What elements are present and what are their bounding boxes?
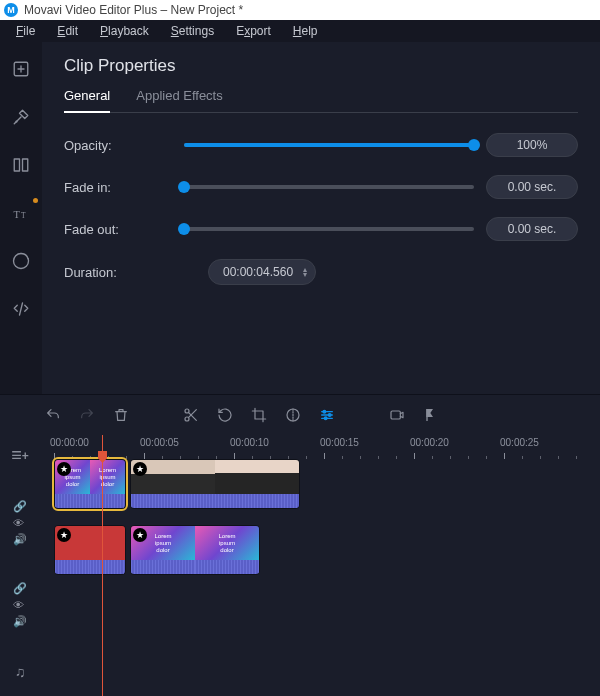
ruler-label: 00:00:25 bbox=[500, 437, 539, 448]
star-icon: ★ bbox=[57, 462, 71, 476]
music-track-icon[interactable]: ♫ bbox=[15, 664, 26, 680]
tab-applied-effects[interactable]: Applied Effects bbox=[136, 88, 222, 112]
left-tool-rail: TT bbox=[0, 42, 42, 394]
svg-rect-3 bbox=[23, 159, 28, 171]
menu-export[interactable]: Export bbox=[226, 22, 281, 40]
star-icon: ★ bbox=[133, 528, 147, 542]
value-duration: 00:00:04.560 bbox=[223, 265, 293, 279]
duration-input[interactable]: 00:00:04.560 ▴ ▾ bbox=[208, 259, 316, 285]
color-adjust-button[interactable] bbox=[280, 402, 306, 428]
rail-more-tools-button[interactable] bbox=[6, 294, 36, 324]
clip-properties-panel: Clip Properties General Applied Effects … bbox=[42, 42, 600, 394]
timeline-canvas[interactable]: 00:00:0000:00:0500:00:1000:00:1500:00:20… bbox=[40, 435, 600, 696]
rail-transitions-button[interactable] bbox=[6, 150, 36, 180]
svg-rect-2 bbox=[14, 159, 19, 171]
rail-import-button[interactable] bbox=[6, 54, 36, 84]
label-fade-out: Fade out: bbox=[64, 222, 184, 237]
star-icon: ★ bbox=[57, 528, 71, 542]
tab-general[interactable]: General bbox=[64, 88, 110, 113]
row-fade-in: Fade in: 0.00 sec. bbox=[64, 175, 578, 199]
menu-bar: File Edit Playback Settings Export Help bbox=[0, 20, 600, 42]
menu-help[interactable]: Help bbox=[283, 22, 328, 40]
row-opacity: Opacity: 100% bbox=[64, 133, 578, 157]
rail-filters-button[interactable] bbox=[6, 102, 36, 132]
ruler-label: 00:00:15 bbox=[320, 437, 359, 448]
timeline-clip[interactable]: LoremipsumdolorLoremipsumdolor★ bbox=[130, 525, 260, 575]
slider-fade-out[interactable] bbox=[184, 227, 474, 231]
record-button[interactable] bbox=[384, 402, 410, 428]
menu-file[interactable]: File bbox=[6, 22, 45, 40]
video-track-1[interactable]: LoremipsumdolorLoremipsumdolor★★ bbox=[40, 459, 600, 511]
ruler-label: 00:00:20 bbox=[410, 437, 449, 448]
marker-button[interactable] bbox=[418, 402, 444, 428]
slider-thumb-icon[interactable] bbox=[178, 181, 190, 193]
value-fade-in[interactable]: 0.00 sec. bbox=[486, 175, 578, 199]
label-opacity: Opacity: bbox=[64, 138, 184, 153]
add-track-button[interactable]: ≡+ bbox=[11, 445, 29, 466]
ruler-label: 00:00:05 bbox=[140, 437, 179, 448]
video-track-2[interactable]: ★LoremipsumdolorLoremipsumdolor★ bbox=[40, 525, 600, 577]
timeline-clip[interactable]: ★ bbox=[54, 525, 126, 575]
svg-text:T: T bbox=[14, 209, 21, 220]
undo-button[interactable] bbox=[40, 402, 66, 428]
slider-opacity[interactable] bbox=[184, 143, 474, 147]
timeline-ruler[interactable]: 00:00:0000:00:0500:00:1000:00:1500:00:20… bbox=[40, 435, 600, 459]
menu-edit[interactable]: Edit bbox=[47, 22, 88, 40]
ruler-label: 00:00:00 bbox=[50, 437, 89, 448]
value-fade-out[interactable]: 0.00 sec. bbox=[486, 217, 578, 241]
timeline-clip[interactable]: LoremipsumdolorLoremipsumdolor★ bbox=[54, 459, 126, 509]
duration-spinner[interactable]: ▴ ▾ bbox=[303, 267, 307, 277]
eye-icon[interactable]: 👁 bbox=[13, 599, 27, 611]
rail-titles-button[interactable]: TT bbox=[6, 198, 36, 228]
label-fade-in: Fade in: bbox=[64, 180, 184, 195]
ruler-label: 00:00:10 bbox=[230, 437, 269, 448]
svg-point-11 bbox=[324, 417, 327, 420]
speaker-icon[interactable]: 🔊 bbox=[13, 533, 27, 546]
redo-button[interactable] bbox=[74, 402, 100, 428]
track-header-column: ≡+ 🔗 👁 🔊 🔗 👁 🔊 ♫ bbox=[0, 435, 40, 696]
timeline-section: ≡+ 🔗 👁 🔊 🔗 👁 🔊 ♫ 00:00:0000:00:0500:00:1… bbox=[0, 394, 600, 696]
split-button[interactable] bbox=[178, 402, 204, 428]
audio-track[interactable] bbox=[40, 591, 600, 611]
window-titlebar: M Movavi Video Editor Plus – New Project… bbox=[0, 0, 600, 20]
chevron-down-icon[interactable]: ▾ bbox=[303, 272, 307, 277]
star-icon: ★ bbox=[133, 462, 147, 476]
panel-tabs: General Applied Effects bbox=[64, 88, 578, 113]
slider-fade-in[interactable] bbox=[184, 185, 474, 189]
delete-button[interactable] bbox=[108, 402, 134, 428]
svg-point-1 bbox=[15, 120, 17, 122]
row-fade-out: Fade out: 0.00 sec. bbox=[64, 217, 578, 241]
window-title: Movavi Video Editor Plus – New Project * bbox=[24, 3, 243, 17]
rotate-button[interactable] bbox=[212, 402, 238, 428]
row-duration: Duration: 00:00:04.560 ▴ ▾ bbox=[64, 259, 578, 285]
slider-thumb-icon[interactable] bbox=[178, 223, 190, 235]
slider-thumb-icon[interactable] bbox=[468, 139, 480, 151]
eye-icon[interactable]: 👁 bbox=[13, 517, 27, 529]
playhead[interactable] bbox=[102, 435, 103, 696]
track2-controls: 🔗 👁 🔊 bbox=[13, 582, 27, 628]
notification-dot-icon bbox=[33, 198, 38, 203]
clip-properties-button[interactable] bbox=[314, 402, 340, 428]
link-icon[interactable]: 🔗 bbox=[13, 582, 27, 595]
speaker-icon[interactable]: 🔊 bbox=[13, 615, 27, 628]
svg-point-10 bbox=[328, 414, 331, 417]
svg-rect-12 bbox=[391, 411, 400, 419]
rail-stickers-button[interactable] bbox=[6, 246, 36, 276]
app-icon: M bbox=[4, 3, 18, 17]
menu-settings[interactable]: Settings bbox=[161, 22, 224, 40]
panel-title: Clip Properties bbox=[64, 56, 578, 76]
value-opacity[interactable]: 100% bbox=[486, 133, 578, 157]
track1-controls: 🔗 👁 🔊 bbox=[13, 500, 27, 546]
svg-text:T: T bbox=[21, 211, 26, 220]
timeline-clip[interactable]: ★ bbox=[130, 459, 300, 509]
link-icon[interactable]: 🔗 bbox=[13, 500, 27, 513]
timeline-toolbar bbox=[0, 395, 600, 435]
menu-playback[interactable]: Playback bbox=[90, 22, 159, 40]
svg-point-9 bbox=[323, 410, 326, 413]
svg-rect-13 bbox=[426, 409, 427, 421]
crop-button[interactable] bbox=[246, 402, 272, 428]
label-duration: Duration: bbox=[64, 265, 184, 280]
